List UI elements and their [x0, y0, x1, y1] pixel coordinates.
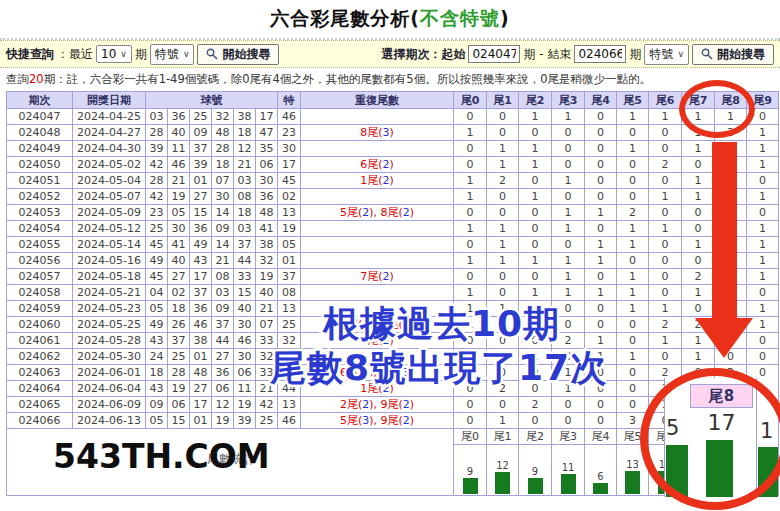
ball-number-cell: 28 — [212, 141, 234, 157]
start-period-input[interactable] — [468, 45, 520, 63]
ball-number-cell: 44 — [212, 333, 234, 349]
ball-number-cell: 36 — [212, 365, 234, 381]
ball-number-cell: 09 — [146, 397, 168, 413]
footer-tail-header-尾5: 尾5 — [617, 429, 649, 445]
special-number-cell: 05 — [278, 237, 301, 253]
special-number-cell: 02 — [278, 189, 301, 205]
tail-count-cell: 1 — [747, 301, 779, 317]
ball-number-cell: 19 — [256, 269, 278, 285]
ball-number-cell: 46 — [234, 333, 256, 349]
ball-number-cell: 40 — [256, 285, 278, 301]
ball-number-cell: 32 — [256, 349, 278, 365]
watermark-text: 543TH.COM — [53, 437, 270, 476]
ball-number-cell: 11 — [234, 381, 256, 397]
ball-number-cell: 27 — [168, 269, 190, 285]
ball-number-cell: 47 — [256, 125, 278, 141]
ball-number-cell: 33 — [234, 269, 256, 285]
note-count: 20 — [29, 72, 44, 86]
quick-search-button[interactable]: 開始搜尋 — [197, 44, 279, 65]
repeat-tails-cell — [301, 285, 454, 301]
ball-number-cell: 17 — [190, 397, 212, 413]
ball-number-cell: 28 — [146, 125, 168, 141]
note-line: 查詢20期：註，六合彩一共有1-49個號碼，除0尾有4個之外，其他的尾數都有5個… — [0, 68, 780, 91]
ball-number-cell: 25 — [190, 109, 212, 125]
ball-number-cell: 25 — [256, 413, 278, 429]
tail-count-cell: 1 — [682, 285, 715, 301]
col-header-period: 期次 — [7, 92, 73, 109]
tail-count-cell: 0 — [682, 221, 715, 237]
ball-number-cell: 36 — [168, 109, 190, 125]
col-header-尾1: 尾1 — [487, 92, 519, 109]
ball-number-cell: 03 — [212, 285, 234, 301]
tail-count-cell: 1 — [747, 253, 779, 269]
ball-number-cell: 15 — [234, 285, 256, 301]
tail-count-cell: 1 — [454, 301, 487, 317]
ball-number-cell: 05 — [146, 413, 168, 429]
table-row: 0240572024-05-18452717083319377尾(2)00010… — [7, 269, 779, 285]
tail-count-cell: 1 — [585, 253, 617, 269]
footer-tail-header-尾0: 尾0 — [454, 429, 487, 445]
period-cell: 024048 — [7, 125, 73, 141]
stat-bar — [755, 467, 770, 494]
tail-count-cell: 3 — [715, 125, 747, 141]
tail-count-cell: 1 — [617, 269, 649, 285]
tail-stat-bar-cell: 13 — [617, 445, 649, 496]
tail-count-cell: 1 — [617, 141, 649, 157]
tail-count-cell: 1 — [552, 221, 585, 237]
ball-number-cell: 43 — [146, 381, 168, 397]
range-type-select[interactable]: 特號∨ — [644, 44, 689, 65]
tail-count-cell: 0 — [715, 381, 747, 397]
magnifier-icon — [206, 48, 218, 60]
tail-count-cell: 1 — [454, 125, 487, 141]
stat-bar — [658, 471, 673, 494]
table-row: 0240482024-04-27284009481847238尾(3)10000… — [7, 125, 779, 141]
tail-count-cell: 1 — [519, 141, 552, 157]
tail-count-cell: 0 — [487, 285, 519, 301]
table-row: 0240492024-04-30391137281235300110010111 — [7, 141, 779, 157]
stat-bar — [463, 478, 478, 494]
tail-count-cell: 0 — [519, 125, 552, 141]
tail-count-cell: 0 — [454, 413, 487, 429]
tail-count-cell: 0 — [715, 317, 747, 333]
bar-value-label: 9 — [467, 466, 473, 477]
tail-count-cell: 1 — [585, 237, 617, 253]
tail-count-cell: 3 — [617, 413, 649, 429]
col-header-balls: 球號 — [146, 92, 278, 109]
quick-type-select[interactable]: 特號∨ — [150, 44, 195, 65]
ball-number-cell: 14 — [212, 237, 234, 253]
date-cell: 2024-05-28 — [73, 333, 146, 349]
tail-count-cell: 1 — [552, 173, 585, 189]
tail-count-cell: 1 — [487, 349, 519, 365]
ball-number-cell: 05 — [146, 301, 168, 317]
end-period-input[interactable] — [574, 45, 626, 63]
ball-number-cell: 06 — [212, 381, 234, 397]
tail-count-cell: 1 — [715, 141, 747, 157]
tail-count-cell: 1 — [649, 221, 682, 237]
ball-number-cell: 45 — [146, 269, 168, 285]
tail-count-cell: 0 — [715, 413, 747, 429]
tail-count-cell: 0 — [487, 333, 519, 349]
tail-count-cell: 1 — [487, 237, 519, 253]
bar-value-label: 15 — [756, 455, 769, 466]
tail-count-cell: 0 — [617, 381, 649, 397]
tail-count-cell: 0 — [454, 237, 487, 253]
tail-count-cell: 1 — [585, 349, 617, 365]
tail-count-cell: 1 — [585, 285, 617, 301]
tail-count-cell: 0 — [454, 157, 487, 173]
special-number-cell: 30 — [278, 141, 301, 157]
table-row: 0240542024-05-12253036090341191101011001 — [7, 221, 779, 237]
special-number-cell: 17 — [278, 157, 301, 173]
table-row: 0240512024-05-04282101070330451尾(2)12010… — [7, 173, 779, 189]
repeat-tails-cell: 2尾(2), 9尾(2) — [301, 397, 454, 413]
tail-count-cell: 1 — [715, 109, 747, 125]
bar-value-label: 11 — [562, 462, 575, 473]
tail-count-cell: 1 — [747, 157, 779, 173]
range-search-button[interactable]: 開始搜尋 — [692, 44, 774, 65]
tail-count-cell: 0 — [585, 141, 617, 157]
tail-count-cell: 0 — [487, 109, 519, 125]
chevron-down-icon: ∨ — [677, 49, 684, 59]
recent-period-select[interactable]: 10∨ — [96, 45, 132, 63]
col-header-尾5: 尾5 — [617, 92, 649, 109]
tail-count-cell: 0 — [747, 365, 779, 381]
ball-number-cell: 37 — [190, 141, 212, 157]
